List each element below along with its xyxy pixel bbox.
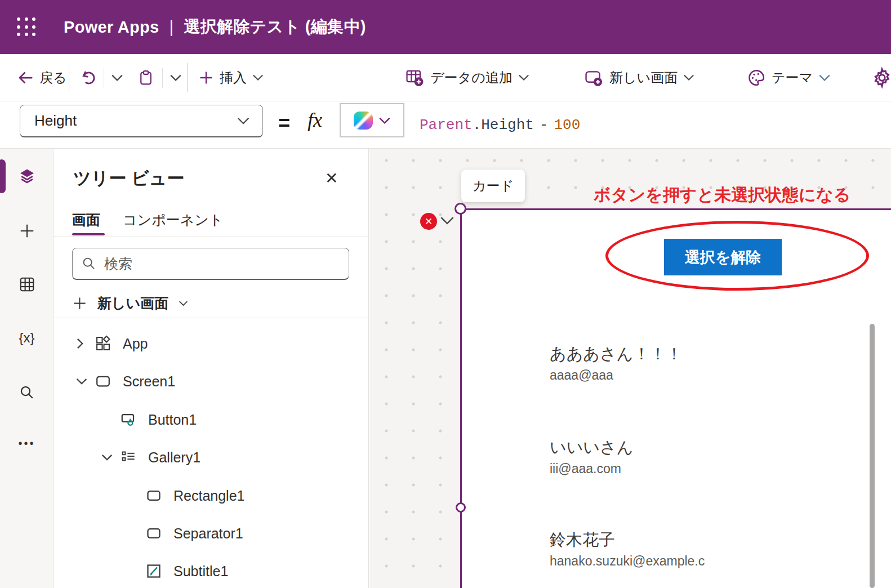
waffle-menu-icon[interactable] [17,17,36,37]
paste-button[interactable] [137,54,154,101]
property-selected: Height [34,112,77,130]
chevron-down-icon [179,300,188,306]
formula-input[interactable]: Parent.Height-100 [420,101,580,148]
ellipsis-icon: ••• [18,437,35,450]
back-button[interactable]: 戻る [17,54,67,101]
tree-item-subtitle1[interactable]: Subtitle1 [54,553,369,588]
new-screen-button[interactable]: 新しい画面 [583,54,694,101]
gallery-item-email[interactable]: aaaa@aaa [550,368,613,383]
undo-icon [79,69,97,87]
formula-bar: Height = fx Parent.Height-100 [0,101,891,149]
gear-icon [871,66,891,89]
screen-icon [95,373,112,390]
rail-variables-button[interactable]: {x} [0,322,54,354]
back-label: 戻る [39,69,67,87]
braces-x-icon: {x} [19,330,34,346]
divider [54,237,369,237]
formula-member-token: .Height [473,117,534,133]
theme-button[interactable]: テーマ [747,54,831,101]
tab-label: コンポーネント [123,211,224,229]
tree-item-button1[interactable]: Button1 [54,401,369,438]
close-icon[interactable]: ✕ [325,169,338,188]
selection-menu-chevron[interactable] [440,216,455,225]
tab-screens[interactable]: 画面 [72,204,100,235]
delete-selection-badge[interactable]: ✕ [420,213,437,230]
rail-tree-view-button[interactable] [0,161,54,192]
tree-item-separator1[interactable]: Separator1 [54,515,369,552]
chevron-down-icon [378,117,391,124]
formula-number-token: 100 [554,117,580,133]
chevron-down-icon [518,74,529,81]
rectangle-icon [145,487,162,504]
workspace: {x} ••• ツリー ビュー ✕ 画面 コンポーネント [0,149,891,588]
app-header: Power Apps | 選択解除テスト (編集中) [0,0,891,54]
panel-title: ツリー ビュー [73,167,185,190]
badge-x-icon: ✕ [425,216,433,228]
app-icon [95,335,112,352]
settings-button[interactable] [871,54,891,101]
toolbar-separator [162,68,163,88]
resize-handle-top-left[interactable] [455,203,466,215]
rail-search-button[interactable] [0,377,54,408]
paste-menu-chevron[interactable] [170,54,182,101]
formula-object-token: Parent [420,117,473,133]
gallery-item-email[interactable]: iii@aaa.com [550,461,621,476]
chevron-right-icon[interactable] [76,338,95,349]
gallery-item-email[interactable]: hanako.suzuki@example.c [550,554,705,569]
tree-view-panel: ツリー ビュー ✕ 画面 コンポーネント 新しい画面 [54,149,369,588]
add-data-button[interactable]: データの追加 [404,54,529,101]
add-data-label: データの追加 [430,69,513,87]
fx-label: fx [308,108,322,132]
annotation-text: ボタンを押すと未選択状態になる [594,184,850,207]
tree-item-label: App [123,336,148,352]
tree-item-app[interactable]: App [54,325,369,362]
back-arrow-icon [17,69,34,86]
tree-item-gallery1[interactable]: Gallery1 [54,439,369,476]
deselect-button-label: 選択を解除 [685,247,761,268]
design-canvas[interactable]: カード ボタンを押すと未選択状態になる ✕ 選択を解除 あああさん！！！ aaa… [369,149,891,588]
title-divider: | [170,18,174,37]
tab-components[interactable]: コンポーネント [123,204,224,235]
chevron-down-icon [237,117,250,125]
tree-item-label: Screen1 [123,373,175,390]
selection-tooltip: カード [461,170,525,202]
tree-item-label: Rectangle1 [173,488,244,504]
gallery-item-name[interactable]: 鈴木花子 [550,529,615,551]
deselect-button[interactable]: 選択を解除 [664,239,782,275]
chevron-down-icon [111,74,123,82]
new-screen-tree-button[interactable]: 新しい画面 [72,288,188,318]
rail-data-button[interactable] [0,269,54,300]
tree-item-rectangle1[interactable]: Rectangle1 [54,477,369,514]
equals-sign: = [278,112,290,135]
rail-insert-button[interactable] [0,215,54,247]
insert-label: 挿入 [220,69,247,87]
table-grid-icon [19,276,35,293]
text-pencil-icon [145,563,162,580]
gallery-scrollbar[interactable] [870,324,875,588]
undo-menu-chevron[interactable] [111,54,123,101]
tree-item-label: Separator1 [173,525,243,542]
tree-item-screen1[interactable]: Screen1 [54,363,369,400]
chevron-down-icon[interactable] [101,453,120,461]
tree-item-label: Subtitle1 [173,563,228,580]
palette-icon [747,68,766,87]
power-apps-studio: Power Apps | 選択解除テスト (編集中) 戻る [0,0,891,588]
plus-icon [72,296,87,311]
gallery-item-name[interactable]: あああさん！！！ [550,343,682,366]
chevron-down-icon[interactable] [76,377,95,385]
chevron-down-icon [818,74,831,82]
property-dropdown[interactable]: Height [20,105,263,137]
selection-tooltip-label: カード [473,177,514,195]
gallery-item-name[interactable]: いいいさん [550,436,633,459]
rail-more-button[interactable]: ••• [0,427,54,459]
chevron-down-icon [683,74,694,81]
copilot-button[interactable] [340,103,404,137]
rectangle-icon [145,525,162,542]
search-input[interactable] [104,256,340,272]
tab-label: 画面 [72,211,100,229]
undo-button[interactable] [79,54,97,101]
plus-icon [19,222,35,239]
new-screen-icon [583,68,604,87]
resize-handle-left[interactable] [456,502,466,513]
insert-button[interactable]: 挿入 [198,54,264,101]
